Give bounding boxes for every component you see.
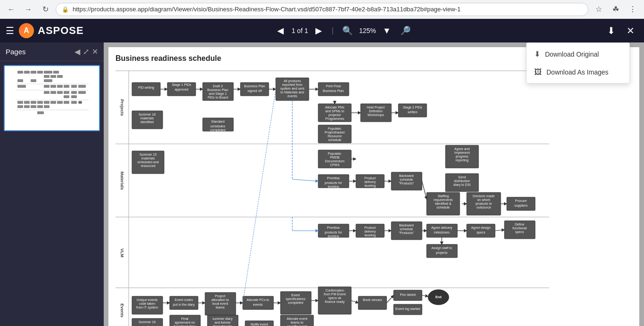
- close-button[interactable]: ✕: [623, 23, 638, 38]
- address-bar[interactable]: 🔒 https://products.aspose.app/diagram/Vi…: [56, 3, 588, 16]
- zoom-dropdown-button[interactable]: ▼: [380, 25, 394, 37]
- svg-text:Documentum: Documentum: [325, 159, 345, 163]
- flowchart-svg: Projects Materials VLM Events PID writin…: [116, 68, 549, 326]
- svg-text:teams to: teams to: [291, 321, 304, 324]
- svg-text:All products: All products: [284, 79, 301, 83]
- svg-rect-10: [17, 79, 23, 82]
- download-original-item[interactable]: ⬇ Download Original: [527, 45, 629, 63]
- svg-text:Agree design: Agree design: [471, 226, 490, 230]
- svg-text:allocation to: allocation to: [211, 298, 229, 301]
- sidebar-close-button[interactable]: ✕: [92, 47, 98, 56]
- more-button[interactable]: ⋮: [626, 3, 639, 16]
- svg-text:Agree and: Agree and: [454, 147, 470, 151]
- prev-page-button[interactable]: ◀: [273, 24, 288, 38]
- svg-text:Summer 16: Summer 16: [139, 113, 156, 116]
- svg-rect-7: [44, 75, 50, 78]
- svg-rect-33: [31, 101, 36, 104]
- next-page-button[interactable]: ▶: [312, 24, 326, 38]
- refresh-button[interactable]: ↻: [39, 3, 52, 16]
- svg-text:Hold Project: Hold Project: [367, 106, 385, 109]
- svg-text:local event: local event: [212, 302, 228, 305]
- svg-text:products for: products for: [325, 231, 343, 234]
- sidebar-expand-button[interactable]: ⤢: [83, 47, 89, 56]
- svg-line-249: [422, 181, 427, 199]
- svg-text:exported from: exported from: [282, 83, 302, 87]
- back-button[interactable]: ←: [5, 3, 18, 16]
- svg-text:summer diary: summer diary: [213, 317, 233, 321]
- svg-rect-31: [17, 101, 23, 104]
- svg-text:"Products": "Products": [399, 182, 414, 185]
- svg-text:reporting: reporting: [455, 159, 469, 162]
- svg-text:specs: specs: [515, 230, 524, 234]
- svg-rect-34: [37, 101, 43, 104]
- svg-rect-15: [44, 85, 50, 88]
- svg-text:specs ok: specs ok: [328, 296, 341, 300]
- svg-text:Summer 15: Summer 15: [140, 153, 157, 156]
- app-bar: ☰ A ASPOSE ◀ 1 of 1 ▶ | 🔍 125% ▼ 🔎 ⬇ ✕ ⬇…: [0, 19, 644, 42]
- svg-rect-8: [50, 75, 56, 78]
- svg-text:schedules: schedules: [210, 125, 225, 128]
- svg-text:Allocate PMs: Allocate PMs: [325, 106, 345, 109]
- zoom-out-button[interactable]: 🔎: [397, 25, 413, 37]
- profile-button[interactable]: ☘: [609, 3, 622, 16]
- svg-text:leveling: leveling: [364, 234, 376, 237]
- page-thumbnail-1[interactable]: [4, 65, 100, 131]
- svg-text:and SPMs to: and SPMs to: [325, 109, 344, 113]
- svg-text:Assign staff to: Assign staff to: [431, 246, 452, 250]
- svg-line-264: [387, 295, 394, 303]
- lock-icon: 🔒: [62, 6, 69, 13]
- svg-rect-29: [71, 95, 77, 98]
- svg-rect-24: [57, 91, 63, 94]
- sidebar-header: Pages ◀ ⤢ ✕: [0, 42, 104, 61]
- svg-text:projects: projects: [436, 251, 448, 255]
- download-images-item[interactable]: 🖼 Download As Images: [527, 63, 629, 81]
- svg-text:events: events: [253, 303, 263, 306]
- svg-text:Book venues: Book venues: [363, 298, 382, 301]
- toolbar-center: ◀ 1 of 1 ▶ | 🔍 125% ▼ 🔎: [89, 24, 599, 38]
- svg-rect-18: [64, 85, 69, 88]
- svg-rect-47: [37, 111, 44, 114]
- svg-text:Product: Product: [364, 226, 376, 229]
- svg-text:Business Plan: Business Plan: [323, 89, 344, 92]
- svg-line-270: [243, 89, 276, 303]
- svg-text:schedule: schedule: [328, 138, 341, 142]
- svg-text:Definition: Definition: [369, 109, 382, 113]
- svg-text:from PM Event: from PM Event: [324, 293, 346, 296]
- svg-text:CPMS: CPMS: [330, 163, 340, 167]
- download-button[interactable]: ⬇: [603, 23, 619, 38]
- bookmark-button[interactable]: ☆: [592, 3, 605, 16]
- svg-rect-40: [78, 101, 82, 104]
- svg-text:Product: Product: [364, 176, 376, 180]
- svg-rect-28: [64, 95, 69, 98]
- svg-rect-6: [53, 71, 59, 74]
- sidebar-prev-button[interactable]: ◀: [74, 47, 80, 56]
- svg-text:Staffing: Staffing: [438, 194, 449, 198]
- svg-text:PIDs to Board: PIDs to Board: [207, 96, 228, 99]
- svg-text:VLM: VLM: [120, 249, 124, 258]
- svg-text:schedule: schedule: [437, 206, 450, 209]
- svg-rect-26: [71, 91, 77, 94]
- svg-text:progress: progress: [455, 155, 469, 159]
- svg-text:delivery: delivery: [364, 230, 376, 234]
- url-text: https://products.aspose.app/diagram/View…: [73, 6, 461, 13]
- svg-rect-27: [78, 91, 86, 94]
- svg-text:projects/: projects/: [329, 113, 341, 117]
- forward-button[interactable]: →: [22, 3, 35, 16]
- svg-text:Stage 2 PIDs: Stage 2 PIDs: [403, 106, 422, 109]
- svg-rect-65: [132, 83, 160, 96]
- svg-text:Allocate event: Allocate event: [287, 317, 307, 320]
- svg-rect-14: [17, 85, 26, 88]
- diagram-container[interactable]: Business readiness schedule: [104, 42, 644, 326]
- svg-rect-41: [17, 105, 23, 108]
- hamburger-icon[interactable]: ☰: [6, 25, 14, 36]
- svg-text:PID writing: PID writing: [138, 86, 154, 90]
- svg-text:schedule: schedule: [400, 178, 413, 181]
- svg-text:agreement on: agreement on: [174, 321, 195, 325]
- svg-text:specifications: specifications: [286, 297, 306, 301]
- thumbnail-svg: [16, 69, 89, 128]
- svg-text:Print Final: Print Final: [326, 84, 341, 88]
- svg-text:Agree delivery: Agree delivery: [431, 226, 453, 230]
- svg-text:signed off: signed off: [248, 89, 262, 93]
- zoom-in-button[interactable]: 🔍: [339, 25, 355, 37]
- svg-text:events: events: [288, 94, 297, 98]
